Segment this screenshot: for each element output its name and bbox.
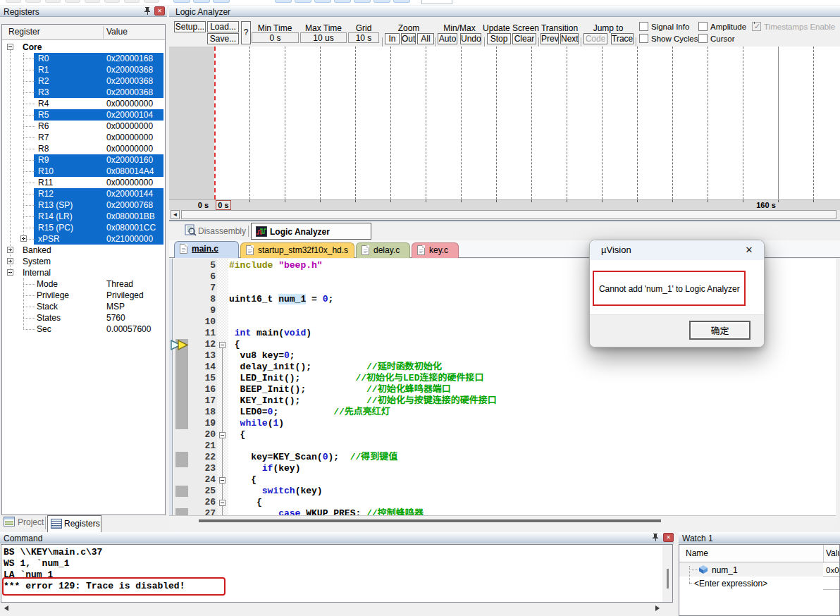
register-row[interactable]: Internal (2, 267, 165, 278)
register-row[interactable]: ModeThread (2, 278, 165, 290)
register-row[interactable]: R90x20000160 (2, 154, 165, 166)
code-line[interactable]: { (229, 339, 240, 350)
code-line[interactable]: LED0=0; //先点亮红灯 (229, 407, 390, 418)
tab-registers[interactable]: Registers (47, 515, 101, 533)
code-line[interactable]: uint16_t num_1 = 0; (229, 294, 333, 305)
fold-collapse-icon[interactable] (219, 432, 226, 438)
code-line[interactable]: BEEP_Init(); //初始化蜂鸣器端口 (229, 384, 451, 395)
column-divider[interactable] (103, 26, 104, 39)
registers-close-icon[interactable]: ✕ (154, 6, 165, 16)
in-button[interactable]: In (385, 33, 400, 44)
register-row[interactable]: Sec0.00057600 (2, 324, 165, 335)
editor-tab-delay-c[interactable]: delay.c (356, 242, 410, 258)
register-row[interactable]: R20x20000368 (2, 75, 165, 87)
dialog-titlebar[interactable]: µVision ✕ (590, 240, 764, 260)
undo-button[interactable]: Undo (460, 33, 481, 44)
register-row[interactable]: R70x00000000 (2, 132, 165, 143)
code-line[interactable]: KEY_Init(); //初始化与按键连接的硬件接口 (229, 395, 497, 407)
amplitude-checkbox[interactable] (698, 22, 708, 31)
register-row[interactable]: Core (2, 42, 165, 53)
code-line[interactable]: if(key) (229, 463, 300, 474)
code-button[interactable]: Code (583, 33, 607, 44)
register-column-header[interactable]: Register (8, 27, 40, 37)
fold-collapse-icon[interactable] (219, 477, 226, 483)
scroll-left-icon[interactable] (4, 605, 8, 611)
code-line[interactable]: { (229, 429, 245, 441)
code-line[interactable]: while(1) (229, 418, 284, 429)
command-log[interactable]: BS \\KEY\main.c\37WS 1, `num_1LA `num_1*… (1, 544, 673, 603)
code-line[interactable]: { (229, 497, 262, 508)
register-row[interactable]: R120x20000144 (2, 188, 165, 199)
code-line[interactable]: { (229, 474, 257, 486)
code-line[interactable]: vu8 key=0; (229, 350, 295, 362)
register-row[interactable]: R100x080014A4 (2, 166, 165, 177)
waveform-cursor-line[interactable] (214, 47, 216, 199)
watch-name[interactable]: <Enter expression> (694, 579, 767, 589)
code-line[interactable]: delay_init(); //延时函数初始化 (229, 362, 442, 373)
signal-info-checkbox[interactable] (639, 22, 648, 31)
command-vscroll-thumb[interactable] (667, 569, 669, 589)
code-line[interactable]: #include "beep.h" (229, 260, 323, 271)
register-row[interactable]: R80x00000000 (2, 143, 165, 154)
editor-tab-key-c[interactable]: key.c (412, 242, 459, 258)
cursor-checkbox[interactable] (698, 34, 708, 43)
time-field[interactable]: 10 us (300, 32, 347, 43)
tab-project[interactable]: Project (4, 516, 44, 530)
editor-hscroll-thumb[interactable] (199, 519, 661, 522)
register-row[interactable]: PrivilegePrivileged (2, 290, 165, 301)
value-column-header[interactable]: Value (106, 27, 128, 37)
save-button[interactable]: Save... (207, 33, 239, 44)
time-field[interactable]: 0 s (252, 32, 299, 43)
code-line[interactable]: LED_Init(); //初始化与LED连接的硬件接口 (229, 373, 483, 384)
pin-icon[interactable] (144, 6, 152, 16)
watch-value-cell[interactable] (823, 577, 839, 590)
pin-icon[interactable] (652, 533, 660, 542)
ok-button[interactable]: 确定 (689, 321, 751, 340)
stop-button[interactable]: Stop (487, 33, 511, 44)
trace-button[interactable]: Trace (611, 33, 634, 44)
register-row[interactable]: Banked (2, 245, 165, 256)
auto-button[interactable]: Auto (438, 33, 457, 44)
show-cycles-checkbox[interactable] (639, 34, 648, 43)
register-row[interactable]: States5760 (2, 312, 165, 324)
register-row[interactable]: R30x20000368 (2, 87, 165, 98)
watch-value-header[interactable]: Value (826, 548, 840, 558)
code-line[interactable]: int main(void) (229, 328, 311, 339)
collapse-icon[interactable] (7, 44, 13, 50)
waveform-hscrollbar[interactable]: ◄ (169, 210, 840, 220)
register-row[interactable]: R10x20000368 (2, 64, 165, 75)
out-button[interactable]: Out (401, 33, 416, 44)
editor-tab-startup-stm32f10x-hd-s[interactable]: startup_stm32f10x_hd.s (240, 242, 354, 258)
command-hscrollbar[interactable] (1, 603, 673, 614)
registers-titlebar[interactable]: Registers ✕ (0, 6, 167, 17)
load-button[interactable]: Load... (207, 21, 239, 32)
code-line[interactable]: case WKUP_PRES: //控制蜂鸣器 (229, 508, 424, 515)
register-row[interactable]: R14 (LR)0x080001BB (2, 211, 165, 222)
timestamps-enable-checkbox[interactable]: ✓ (752, 22, 761, 31)
editor-hscrollbar[interactable] (169, 515, 836, 525)
command-close-icon[interactable]: ✕ (663, 533, 674, 542)
register-row[interactable]: R110x00000000 (2, 177, 165, 188)
scroll-left-icon[interactable]: ◄ (171, 210, 180, 219)
register-row[interactable]: R40x00000000 (2, 98, 165, 109)
register-row[interactable]: System (2, 256, 165, 267)
dialog-close-icon[interactable]: ✕ (743, 244, 755, 257)
scroll-right-icon[interactable] (655, 605, 660, 611)
fold-collapse-icon[interactable] (219, 342, 226, 348)
code-line[interactable]: switch(key) (229, 486, 323, 497)
register-row[interactable]: R00x20000168 (2, 53, 165, 64)
logic-analyzer-titlebar[interactable]: Logic Analyzer (169, 6, 840, 17)
tab-disassembly[interactable]: Disassembly (198, 226, 246, 236)
command-titlebar[interactable]: Command ✕ (0, 532, 674, 543)
waveform-area[interactable] (169, 47, 840, 199)
register-row[interactable]: xPSR0x21000000 (2, 233, 165, 245)
prev-button[interactable]: Prev (541, 33, 559, 44)
next-button[interactable]: Next (560, 33, 579, 44)
register-row[interactable]: R50x20000104 (2, 109, 165, 121)
code-line[interactable]: key=KEY_Scan(0); //得到键值 (229, 452, 397, 463)
setup-button[interactable]: Setup... (174, 21, 206, 32)
watch-row[interactable]: num_10x0000 (679, 563, 839, 577)
register-row[interactable]: StackMSP (2, 301, 165, 312)
watch-titlebar[interactable]: Watch 1 (679, 532, 840, 543)
command-vscrollbar[interactable] (662, 545, 672, 602)
